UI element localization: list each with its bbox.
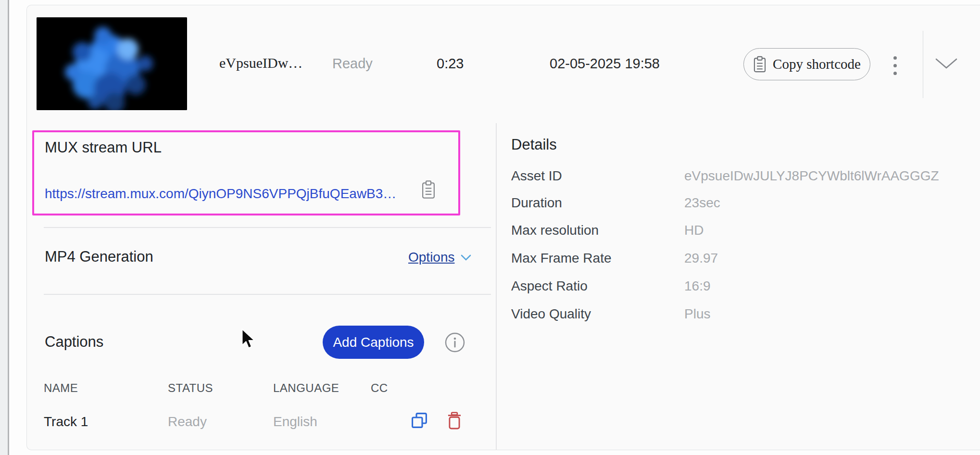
header-vertical-divider xyxy=(923,31,923,98)
add-captions-button[interactable]: Add Captions xyxy=(323,326,424,359)
copy-shortcode-label: Copy shortcode xyxy=(773,56,861,72)
left-gutter-divider xyxy=(8,0,9,455)
caption-track-name: Track 1 xyxy=(44,414,88,430)
pointer-arrow-icon xyxy=(241,328,258,350)
copy-shortcode-button[interactable]: Copy shortcode xyxy=(743,48,870,80)
left-gutter xyxy=(0,0,8,455)
column-header-status: STATUS xyxy=(168,381,213,395)
stream-url-link[interactable]: https://stream.mux.com/QiynOP9NS6VPPQjBf… xyxy=(45,186,396,202)
mp4-generation-heading: MP4 Generation xyxy=(45,248,153,265)
video-thumbnail[interactable] xyxy=(37,17,187,110)
kebab-dot xyxy=(893,64,897,67)
detail-value-asset-id: eVpsueIDwJULYJ8PCYWblt6lWrAAGGGZ xyxy=(684,168,939,184)
detail-label: Duration xyxy=(511,195,562,211)
detail-value-video-quality: Plus xyxy=(684,306,710,322)
section-divider xyxy=(44,294,491,295)
duplicate-icon xyxy=(411,412,428,429)
page: eVpsueIDw… Ready 0:23 02-05-2025 19:58 C… xyxy=(0,0,980,455)
detail-label: Max Frame Rate xyxy=(511,251,612,266)
options-link[interactable]: Options xyxy=(408,250,455,265)
caption-track-language: English xyxy=(273,414,317,430)
detail-value-aspect-ratio: 16:9 xyxy=(684,278,711,294)
ink-plume-image xyxy=(37,17,187,110)
trash-icon xyxy=(446,412,463,430)
clipboard-icon xyxy=(421,179,436,200)
caption-track-status: Ready xyxy=(168,414,207,430)
captions-heading: Captions xyxy=(45,333,103,351)
kebab-dot xyxy=(893,56,897,60)
section-divider xyxy=(44,227,491,228)
asset-status: Ready xyxy=(332,56,373,72)
mux-stream-url-heading: MUX stream URL xyxy=(45,139,162,156)
info-icon xyxy=(445,332,465,353)
details-heading: Details xyxy=(511,136,557,153)
asset-card: eVpsueIDw… Ready 0:23 02-05-2025 19:58 C… xyxy=(26,5,980,450)
detail-label: Asset ID xyxy=(511,168,562,184)
mp4-options-toggle[interactable]: Options xyxy=(408,250,471,265)
copy-url-button[interactable] xyxy=(421,179,436,202)
detail-value-max-resolution: HD xyxy=(684,223,704,238)
kebab-dot xyxy=(893,72,897,75)
panel-divider xyxy=(496,123,497,450)
kebab-menu-button[interactable] xyxy=(892,54,899,77)
chevron-down-icon xyxy=(461,254,471,261)
chevron-down-icon xyxy=(935,58,957,69)
collapse-row-button[interactable] xyxy=(935,58,957,71)
detail-label: Aspect Ratio xyxy=(511,278,588,294)
asset-date: 02-05-2025 19:58 xyxy=(550,56,660,72)
clipboard-icon xyxy=(753,56,766,73)
column-header-cc: CC xyxy=(371,381,388,395)
detail-value-max-frame-rate: 29.97 xyxy=(684,251,718,266)
asset-title: eVpsueIDw… xyxy=(219,55,302,71)
detail-label: Video Quality xyxy=(511,306,591,322)
duplicate-caption-button[interactable] xyxy=(411,412,428,431)
column-header-language: LANGUAGE xyxy=(273,381,339,395)
mux-stream-url-highlight-box: MUX stream URL https://stream.mux.com/Qi… xyxy=(32,130,460,215)
delete-caption-button[interactable] xyxy=(446,412,463,432)
column-header-name: NAME xyxy=(44,381,78,395)
detail-label: Max resolution xyxy=(511,223,599,238)
captions-info-button[interactable] xyxy=(445,332,465,354)
detail-value-duration: 23sec xyxy=(684,195,720,211)
mouse-cursor xyxy=(241,328,258,352)
asset-duration: 0:23 xyxy=(437,56,464,72)
